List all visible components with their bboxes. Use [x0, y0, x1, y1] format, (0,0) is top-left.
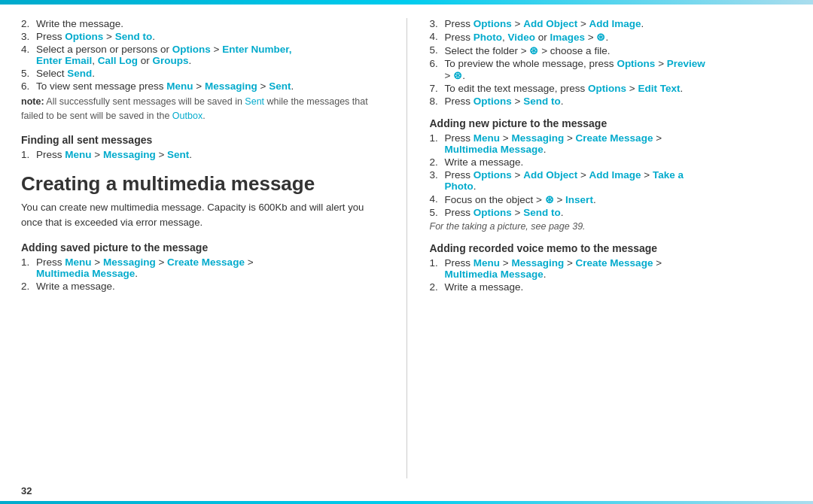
- keyword-images: Images: [550, 32, 586, 43]
- keyword-options: Options: [588, 83, 626, 94]
- icon-select: ⊛: [545, 194, 554, 205]
- keyword-create-message: Create Message: [167, 257, 245, 268]
- content-area: 2. Write the message. 3. Press Options >…: [0, 5, 813, 501]
- step-item: 1. Press Menu > Messaging > Create Messa…: [430, 132, 793, 155]
- step-item: 3. Press Options > Send to.: [21, 31, 384, 42]
- keyword-options: Options: [473, 18, 512, 29]
- adding-picture-heading: Adding new picture to the message: [430, 117, 793, 129]
- step-content: To preview the whole message, press Opti…: [445, 58, 793, 81]
- keyword-add-image: Add Image: [589, 169, 641, 181]
- step-number: 2.: [21, 281, 36, 292]
- icon-select: ⊛: [453, 70, 462, 81]
- keyword-multimedia-message: Multimedia Message: [445, 269, 544, 280]
- step-item: 4. Press Photo, Video or Images > ⊛.: [430, 31, 793, 43]
- adding-voice-heading: Adding recorded voice memo to the messag…: [430, 242, 793, 254]
- keyword-menu: Menu: [473, 257, 500, 269]
- step-number: 6.: [430, 58, 445, 81]
- keyword-add-image: Add Image: [589, 18, 641, 29]
- step-content: Select a person or persons or Options > …: [36, 44, 384, 66]
- icon-select: ⊛: [529, 45, 538, 56]
- step-content: Write a message.: [445, 156, 793, 168]
- keyword-create-message: Create Message: [576, 132, 653, 144]
- step-number: 8.: [430, 96, 445, 107]
- step-number: 5.: [21, 68, 36, 79]
- step-number: 1.: [21, 257, 36, 279]
- keyword-options: Options: [617, 58, 655, 69]
- step-content: To view sent message press Menu > Messag…: [36, 80, 384, 92]
- keyword-menu: Menu: [65, 257, 91, 268]
- note-outbox: Outbox: [172, 111, 202, 121]
- step-content: Write a message.: [445, 281, 793, 293]
- step-item: 4. Focus on the object > ⊛ > Insert.: [430, 193, 793, 205]
- step-number: 4.: [430, 193, 445, 205]
- step-item: 2. Write a message.: [21, 281, 384, 292]
- step-number: 6.: [21, 80, 36, 92]
- keyword-add-object: Add Object: [523, 169, 577, 181]
- step-number: 3.: [430, 18, 445, 29]
- step-number: 4.: [430, 31, 445, 43]
- step-content: Press Menu > Messaging > Create Message …: [36, 257, 384, 279]
- step-item: 3. Press Options > Add Object > Add Imag…: [430, 169, 793, 192]
- keyword-messaging: Messaging: [511, 257, 564, 269]
- keyword-sendto: Send to: [523, 207, 561, 218]
- step-number: 1.: [430, 257, 445, 280]
- keyword-menu: Menu: [473, 132, 500, 144]
- right-column: 3. Press Options > Add Object > Add Imag…: [430, 18, 793, 478]
- step-content: Press Options > Send to.: [445, 207, 793, 218]
- step-content: Press Menu > Messaging > Create Message …: [445, 132, 793, 155]
- column-divider: [406, 18, 407, 478]
- keyword-options: Options: [473, 96, 512, 107]
- step-item: 4. Select a person or persons or Options…: [21, 44, 384, 66]
- keyword-messaging: Messaging: [103, 257, 156, 268]
- adding-saved-picture-heading: Adding saved picture to the message: [21, 241, 384, 254]
- keyword-multimedia-message: Multimedia Message: [36, 268, 135, 279]
- step-number: 5.: [430, 44, 445, 56]
- step-content: Press Options > Add Object > Add Image >…: [445, 169, 793, 192]
- step-item: 1. Press Menu > Messaging > Sent.: [21, 149, 384, 160]
- icon-select: ⊛: [596, 32, 605, 43]
- step-number: 4.: [21, 44, 36, 66]
- top-steps-left: 2. Write the message. 3. Press Options >…: [21, 18, 384, 92]
- step-number: 2.: [430, 281, 445, 293]
- step-number: 3.: [21, 31, 36, 42]
- step-content: Press Menu > Messaging > Sent.: [36, 149, 384, 160]
- step-content: Press Options > Send to.: [445, 96, 793, 107]
- note-block: note: All successfully sent messages wil…: [21, 95, 384, 123]
- step-item: 8. Press Options > Send to.: [430, 96, 793, 107]
- step-content: Select the folder > ⊛ > choose a file.: [445, 44, 793, 56]
- step-item: 7. To edit the text message, press Optio…: [430, 83, 793, 94]
- step-number: 7.: [430, 83, 445, 94]
- keyword-menu: Menu: [166, 80, 193, 92]
- finding-section-heading: Finding all sent messages: [21, 134, 384, 146]
- keyword-sendto: Send to: [523, 96, 561, 107]
- keyword-photo: Photo: [473, 32, 502, 43]
- note-sent: Sent: [245, 96, 264, 107]
- step-item: 2. Write a message.: [430, 281, 793, 293]
- keyword-video: Video: [508, 32, 536, 43]
- step-item: 5. Select Send.: [21, 68, 384, 79]
- keyword-enter-number: Enter Number,: [222, 44, 291, 55]
- step-item: 6. To preview the whole message, press O…: [430, 58, 793, 81]
- keyword-take-photo: Take a: [653, 169, 684, 181]
- keyword-sendto: Send to: [115, 31, 153, 42]
- step-number: 5.: [430, 207, 445, 218]
- italic-note: For the taking a picture, see page 39.: [430, 221, 793, 232]
- keyword-menu: Menu: [65, 149, 91, 160]
- step-item: 3. Press Options > Add Object > Add Imag…: [430, 18, 793, 29]
- step-item: 6. To view sent message press Menu > Mes…: [21, 80, 384, 92]
- keyword-options: Options: [473, 169, 512, 181]
- keyword-options: Options: [473, 207, 512, 218]
- step-content: Focus on the object > ⊛ > Insert.: [445, 193, 793, 205]
- keyword-preview: Preview: [667, 58, 705, 69]
- keyword-options: Options: [172, 44, 211, 55]
- step-number: 2.: [21, 18, 36, 29]
- keyword-insert: Insert: [565, 194, 593, 205]
- keyword-sent: Sent: [269, 80, 291, 92]
- step-item: 1. Press Menu > Messaging > Create Messa…: [21, 257, 384, 279]
- keyword-send: Send: [67, 68, 92, 79]
- step-content: Press Photo, Video or Images > ⊛.: [445, 31, 793, 43]
- bottom-decorative-bar: [0, 501, 813, 504]
- left-column: 2. Write the message. 3. Press Options >…: [21, 18, 384, 478]
- keyword-multimedia-message: Multimedia Message: [445, 144, 544, 155]
- keyword-messaging: Messaging: [103, 149, 156, 160]
